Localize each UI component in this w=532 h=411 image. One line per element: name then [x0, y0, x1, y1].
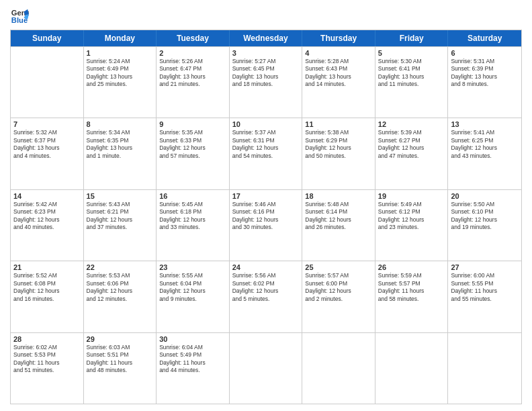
- page: General Blue SundayMondayTuesdayWednesda…: [0, 0, 532, 411]
- day-cell-7: 7Sunrise: 5:32 AM Sunset: 6:37 PM Daylig…: [11, 118, 84, 189]
- day-cell-15: 15Sunrise: 5:43 AM Sunset: 6:21 PM Dayli…: [84, 190, 157, 261]
- day-info: Sunrise: 5:37 AM Sunset: 6:31 PM Dayligh…: [232, 129, 300, 160]
- calendar-row-0: 1Sunrise: 5:24 AM Sunset: 6:49 PM Daylig…: [11, 46, 521, 118]
- day-cell-29: 29Sunrise: 6:03 AM Sunset: 5:51 PM Dayli…: [84, 333, 157, 404]
- logo: General Blue: [10, 7, 32, 26]
- day-cell-8: 8Sunrise: 5:34 AM Sunset: 6:35 PM Daylig…: [84, 118, 157, 189]
- day-cell-4: 4Sunrise: 5:28 AM Sunset: 6:43 PM Daylig…: [302, 47, 375, 118]
- header: General Blue: [10, 7, 522, 26]
- day-number: 1: [87, 49, 154, 57]
- logo-icon: General Blue: [10, 7, 29, 26]
- day-number: 2: [159, 49, 226, 57]
- day-number: 25: [305, 263, 372, 271]
- day-info: Sunrise: 6:02 AM Sunset: 5:53 PM Dayligh…: [13, 344, 81, 375]
- empty-cell-4-3: [230, 333, 303, 404]
- weekday-header-thursday: Thursday: [302, 30, 375, 46]
- day-info: Sunrise: 5:53 AM Sunset: 6:06 PM Dayligh…: [87, 272, 154, 303]
- empty-cell-4-4: [302, 333, 375, 404]
- day-info: Sunrise: 5:49 AM Sunset: 6:12 PM Dayligh…: [378, 201, 445, 232]
- day-info: Sunrise: 6:04 AM Sunset: 5:49 PM Dayligh…: [159, 344, 226, 375]
- day-info: Sunrise: 5:43 AM Sunset: 6:21 PM Dayligh…: [87, 201, 154, 232]
- weekday-header-wednesday: Wednesday: [230, 30, 303, 46]
- empty-cell-4-5: [375, 333, 449, 404]
- day-number: 28: [13, 335, 81, 343]
- day-info: Sunrise: 5:59 AM Sunset: 5:57 PM Dayligh…: [378, 272, 445, 303]
- day-number: 6: [451, 49, 519, 57]
- day-info: Sunrise: 5:55 AM Sunset: 6:04 PM Dayligh…: [159, 272, 226, 303]
- day-cell-22: 22Sunrise: 5:53 AM Sunset: 6:06 PM Dayli…: [84, 261, 157, 332]
- day-number: 15: [87, 192, 154, 200]
- day-cell-26: 26Sunrise: 5:59 AM Sunset: 5:57 PM Dayli…: [375, 261, 449, 332]
- day-cell-28: 28Sunrise: 6:02 AM Sunset: 5:53 PM Dayli…: [11, 333, 84, 404]
- day-cell-20: 20Sunrise: 5:50 AM Sunset: 6:10 PM Dayli…: [448, 190, 521, 261]
- day-info: Sunrise: 5:52 AM Sunset: 6:08 PM Dayligh…: [13, 272, 81, 303]
- day-number: 19: [378, 192, 445, 200]
- day-cell-18: 18Sunrise: 5:48 AM Sunset: 6:14 PM Dayli…: [302, 190, 375, 261]
- day-number: 18: [305, 192, 372, 200]
- day-cell-12: 12Sunrise: 5:39 AM Sunset: 6:27 PM Dayli…: [375, 118, 449, 189]
- day-cell-24: 24Sunrise: 5:56 AM Sunset: 6:02 PM Dayli…: [230, 261, 303, 332]
- weekday-header-saturday: Saturday: [448, 30, 521, 46]
- day-info: Sunrise: 5:41 AM Sunset: 6:25 PM Dayligh…: [451, 129, 519, 160]
- day-cell-19: 19Sunrise: 5:49 AM Sunset: 6:12 PM Dayli…: [375, 190, 449, 261]
- day-number: 7: [13, 120, 81, 128]
- day-number: 23: [159, 263, 226, 271]
- day-info: Sunrise: 5:50 AM Sunset: 6:10 PM Dayligh…: [451, 201, 519, 232]
- day-cell-13: 13Sunrise: 5:41 AM Sunset: 6:25 PM Dayli…: [448, 118, 521, 189]
- day-info: Sunrise: 5:31 AM Sunset: 6:39 PM Dayligh…: [451, 58, 519, 89]
- day-info: Sunrise: 5:34 AM Sunset: 6:35 PM Dayligh…: [87, 129, 154, 160]
- weekday-header-monday: Monday: [84, 30, 157, 46]
- weekday-header-friday: Friday: [375, 30, 449, 46]
- day-cell-30: 30Sunrise: 6:04 AM Sunset: 5:49 PM Dayli…: [157, 333, 230, 404]
- day-cell-6: 6Sunrise: 5:31 AM Sunset: 6:39 PM Daylig…: [448, 47, 521, 118]
- day-cell-23: 23Sunrise: 5:55 AM Sunset: 6:04 PM Dayli…: [157, 261, 230, 332]
- day-cell-25: 25Sunrise: 5:57 AM Sunset: 6:00 PM Dayli…: [302, 261, 375, 332]
- day-number: 12: [378, 120, 445, 128]
- day-info: Sunrise: 5:32 AM Sunset: 6:37 PM Dayligh…: [13, 129, 81, 160]
- day-number: 3: [232, 49, 300, 57]
- calendar-body: 1Sunrise: 5:24 AM Sunset: 6:49 PM Daylig…: [11, 46, 521, 404]
- calendar-row-4: 28Sunrise: 6:02 AM Sunset: 5:53 PM Dayli…: [11, 332, 521, 404]
- weekday-header-sunday: Sunday: [11, 30, 84, 46]
- calendar: SundayMondayTuesdayWednesdayThursdayFrid…: [10, 30, 522, 404]
- day-info: Sunrise: 5:35 AM Sunset: 6:33 PM Dayligh…: [159, 129, 226, 160]
- day-cell-27: 27Sunrise: 6:00 AM Sunset: 5:55 PM Dayli…: [448, 261, 521, 332]
- day-info: Sunrise: 5:39 AM Sunset: 6:27 PM Dayligh…: [378, 129, 445, 160]
- day-number: 9: [159, 120, 226, 128]
- day-number: 8: [87, 120, 154, 128]
- day-cell-10: 10Sunrise: 5:37 AM Sunset: 6:31 PM Dayli…: [230, 118, 303, 189]
- day-number: 30: [159, 335, 226, 343]
- day-info: Sunrise: 5:42 AM Sunset: 6:23 PM Dayligh…: [13, 201, 81, 232]
- day-cell-21: 21Sunrise: 5:52 AM Sunset: 6:08 PM Dayli…: [11, 261, 84, 332]
- day-number: 17: [232, 192, 300, 200]
- day-number: 11: [305, 120, 372, 128]
- day-number: 16: [159, 192, 226, 200]
- empty-cell-4-6: [448, 333, 521, 404]
- day-cell-5: 5Sunrise: 5:30 AM Sunset: 6:41 PM Daylig…: [375, 47, 449, 118]
- day-cell-14: 14Sunrise: 5:42 AM Sunset: 6:23 PM Dayli…: [11, 190, 84, 261]
- calendar-row-3: 21Sunrise: 5:52 AM Sunset: 6:08 PM Dayli…: [11, 261, 521, 332]
- day-info: Sunrise: 5:27 AM Sunset: 6:45 PM Dayligh…: [232, 58, 300, 89]
- day-cell-11: 11Sunrise: 5:38 AM Sunset: 6:29 PM Dayli…: [302, 118, 375, 189]
- calendar-row-1: 7Sunrise: 5:32 AM Sunset: 6:37 PM Daylig…: [11, 118, 521, 189]
- day-info: Sunrise: 6:03 AM Sunset: 5:51 PM Dayligh…: [87, 344, 154, 375]
- day-cell-16: 16Sunrise: 5:45 AM Sunset: 6:18 PM Dayli…: [157, 190, 230, 261]
- day-cell-9: 9Sunrise: 5:35 AM Sunset: 6:33 PM Daylig…: [157, 118, 230, 189]
- day-info: Sunrise: 5:56 AM Sunset: 6:02 PM Dayligh…: [232, 272, 300, 303]
- day-number: 10: [232, 120, 300, 128]
- day-number: 4: [305, 49, 372, 57]
- day-cell-17: 17Sunrise: 5:46 AM Sunset: 6:16 PM Dayli…: [230, 190, 303, 261]
- calendar-row-2: 14Sunrise: 5:42 AM Sunset: 6:23 PM Dayli…: [11, 189, 521, 261]
- day-info: Sunrise: 5:45 AM Sunset: 6:18 PM Dayligh…: [159, 201, 226, 232]
- day-info: Sunrise: 6:00 AM Sunset: 5:55 PM Dayligh…: [451, 272, 519, 303]
- day-cell-2: 2Sunrise: 5:26 AM Sunset: 6:47 PM Daylig…: [157, 47, 230, 118]
- day-cell-3: 3Sunrise: 5:27 AM Sunset: 6:45 PM Daylig…: [230, 47, 303, 118]
- day-number: 29: [87, 335, 154, 343]
- day-number: 24: [232, 263, 300, 271]
- day-cell-1: 1Sunrise: 5:24 AM Sunset: 6:49 PM Daylig…: [84, 47, 157, 118]
- empty-cell-0-0: [11, 47, 84, 118]
- day-info: Sunrise: 5:28 AM Sunset: 6:43 PM Dayligh…: [305, 58, 372, 89]
- day-number: 27: [451, 263, 519, 271]
- day-number: 21: [13, 263, 81, 271]
- day-info: Sunrise: 5:38 AM Sunset: 6:29 PM Dayligh…: [305, 129, 372, 160]
